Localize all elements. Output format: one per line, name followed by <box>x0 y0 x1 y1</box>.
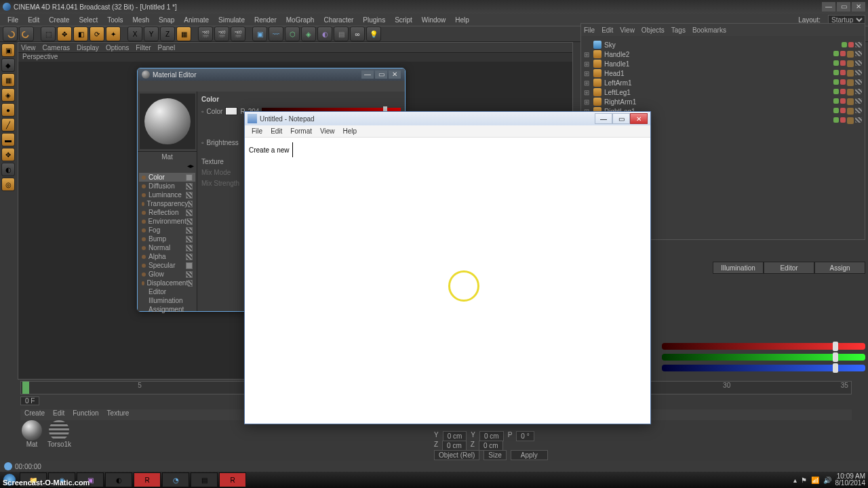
material-slot[interactable]: Torso1k <box>47 420 71 448</box>
x-axis-lock[interactable]: X <box>127 26 142 41</box>
mat-function[interactable]: Function <box>73 409 98 420</box>
me-close[interactable]: ✕ <box>389 70 401 79</box>
mat-texture[interactable]: Texture <box>107 409 130 420</box>
minimize-button[interactable]: — <box>822 2 835 12</box>
om-file[interactable]: File <box>584 26 595 34</box>
frame-current[interactable]: 0 F <box>20 396 39 405</box>
coord-mode-a[interactable]: Object (Rel) <box>434 450 479 460</box>
p-field[interactable]: 0 ° <box>516 431 534 441</box>
om-view[interactable]: View <box>620 26 635 34</box>
make-editable[interactable]: ▣ <box>1 43 15 57</box>
move-tool[interactable]: ✥ <box>57 26 72 41</box>
notepad-close[interactable]: ✕ <box>630 113 648 124</box>
channel-reflection[interactable]: Reflection <box>139 208 195 217</box>
tab-illumination[interactable]: Illumination <box>713 262 764 274</box>
add-spline[interactable]: 〰 <box>269 26 283 41</box>
tray-up-icon[interactable]: ▴ <box>793 476 797 484</box>
vp-options[interactable]: Options <box>106 44 129 52</box>
np-file[interactable]: File <box>248 127 267 135</box>
render-picture[interactable]: 🎬 <box>231 26 245 41</box>
redo-button[interactable] <box>19 26 34 41</box>
channel-specular[interactable]: Specular <box>139 261 195 270</box>
add-deformer[interactable]: ◈ <box>301 26 316 41</box>
menu-animate[interactable]: Animate <box>179 16 214 24</box>
channel-color[interactable]: Color <box>139 173 195 182</box>
channel-assignment[interactable]: Assignment <box>139 305 195 314</box>
close-button[interactable]: ✕ <box>852 2 865 12</box>
task-roblox2[interactable]: R <box>219 472 246 487</box>
channel-illumination[interactable]: Illumination <box>139 296 195 305</box>
vp-filter[interactable]: Filter <box>136 44 151 52</box>
r-slider[interactable] <box>662 343 865 350</box>
object-row[interactable]: ⊞Handle1 <box>584 59 862 68</box>
menu-edit[interactable]: Edit <box>23 16 44 24</box>
undo-button[interactable] <box>3 26 18 41</box>
np-edit[interactable]: Edit <box>267 127 286 135</box>
coord-mode-b[interactable]: Size <box>484 450 506 460</box>
notepad-minimize[interactable]: — <box>595 113 612 124</box>
add-generator[interactable]: ⬡ <box>285 26 300 41</box>
object-row[interactable]: ⊞LeftLeg1 <box>584 87 862 97</box>
channel-fog[interactable]: Fog <box>139 226 195 235</box>
color-swatch[interactable] <box>225 107 237 115</box>
tab-editor[interactable]: Editor <box>764 262 814 274</box>
menu-window[interactable]: Window <box>417 16 451 24</box>
menu-tools[interactable]: Tools <box>102 16 127 24</box>
render-settings[interactable]: 🎬 <box>214 26 229 41</box>
vp-cameras[interactable]: Cameras <box>43 44 71 52</box>
notepad-titlebar[interactable]: Untitled - Notepad — ▭ ✕ <box>245 112 650 125</box>
menu-mograph[interactable]: MoGraph <box>281 16 319 24</box>
task-c4d[interactable]: ◔ <box>162 472 189 487</box>
add-environment[interactable]: ◐ <box>317 26 332 41</box>
tray-network-icon[interactable]: 📶 <box>811 476 819 484</box>
tray-flag-icon[interactable]: ⚑ <box>801 476 807 484</box>
tab-assign[interactable]: Assign <box>814 262 865 274</box>
axis-mode[interactable]: ✥ <box>1 148 15 161</box>
scale-tool[interactable]: ◧ <box>73 26 88 41</box>
material-editor-titlebar[interactable]: Material Editor — ▭ ✕ <box>138 68 405 81</box>
apply-button[interactable]: Apply <box>511 450 548 460</box>
task-notepad[interactable]: ▤ <box>191 472 218 487</box>
material-slot[interactable]: Mat <box>20 420 43 448</box>
render-view[interactable]: 🎬 <box>198 26 213 41</box>
om-edit[interactable]: Edit <box>601 26 613 34</box>
y2-field[interactable]: 0 cm <box>479 431 504 441</box>
task-steam[interactable]: ◐ <box>105 472 132 487</box>
me-minimize[interactable]: — <box>361 70 374 79</box>
maximize-button[interactable]: ▭ <box>837 2 850 12</box>
menu-simulate[interactable]: Simulate <box>214 16 250 24</box>
om-objects[interactable]: Objects <box>642 26 665 34</box>
add-light2[interactable]: 💡 <box>366 26 381 41</box>
object-row[interactable]: ⊞Handle2 <box>584 49 862 59</box>
g-slider[interactable] <box>662 354 865 361</box>
point-mode[interactable]: ● <box>1 103 15 117</box>
om-tags[interactable]: Tags <box>671 26 686 34</box>
add-light[interactable]: ∞ <box>350 26 365 41</box>
channel-glow[interactable]: Glow <box>139 270 195 279</box>
workplane-mode[interactable]: ◈ <box>1 88 15 102</box>
menu-plugins[interactable]: Plugins <box>358 16 390 24</box>
viewport-solo[interactable]: ◐ <box>1 163 15 176</box>
preview-arrows-icon[interactable]: ◂▸ <box>187 162 194 171</box>
b-slider[interactable] <box>662 365 865 371</box>
channel-displacement[interactable]: Displacement <box>139 279 195 287</box>
add-cube[interactable]: ▣ <box>252 26 267 41</box>
task-roblox[interactable]: R <box>134 472 161 487</box>
object-row[interactable]: Sky <box>584 40 862 49</box>
model-mode[interactable]: ◆ <box>1 58 15 72</box>
menu-create[interactable]: Create <box>44 16 74 24</box>
poly-mode[interactable]: ▬ <box>1 133 15 146</box>
channel-environment[interactable]: Environment <box>139 217 195 226</box>
system-tray[interactable]: ▴ ⚑ 📶 🔊 10:09 AM8/10/2014 <box>793 473 869 487</box>
channel-diffusion[interactable]: Diffusion <box>139 182 195 190</box>
y-axis-lock[interactable]: Y <box>144 26 159 41</box>
menu-character[interactable]: Character <box>319 16 358 24</box>
tray-clock[interactable]: 10:09 AM8/10/2014 <box>835 473 866 487</box>
add-camera[interactable]: ▤ <box>334 26 349 41</box>
menu-render[interactable]: Render <box>250 16 281 24</box>
np-format[interactable]: Format <box>286 127 316 135</box>
menu-file[interactable]: File <box>3 16 23 24</box>
tray-volume-icon[interactable]: 🔊 <box>823 476 831 484</box>
vp-view[interactable]: View <box>21 44 36 52</box>
object-row[interactable]: ⊞LeftArm1 <box>584 78 862 87</box>
